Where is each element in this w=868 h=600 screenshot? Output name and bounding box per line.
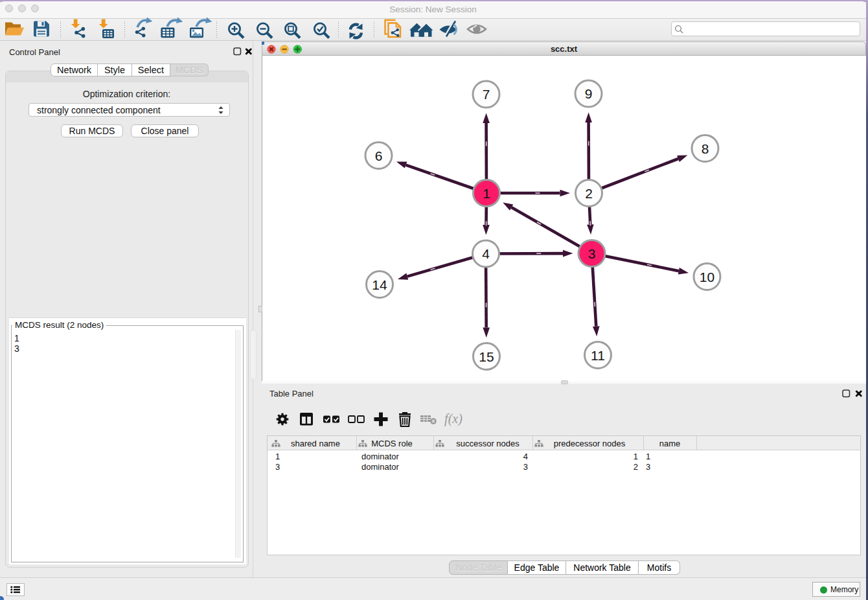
svg-text:f(x): f(x) bbox=[444, 411, 463, 426]
svg-text:15: 15 bbox=[479, 349, 494, 364]
svg-text:9: 9 bbox=[585, 86, 593, 101]
svg-text:2: 2 bbox=[585, 186, 593, 201]
svg-text:8: 8 bbox=[702, 141, 709, 156]
svg-text:10: 10 bbox=[700, 270, 714, 284]
svg-text:14: 14 bbox=[372, 277, 387, 292]
svg-text:1: 1 bbox=[483, 186, 490, 201]
svg-text:3: 3 bbox=[588, 246, 596, 261]
svg-text:4: 4 bbox=[482, 246, 490, 261]
svg-text:7: 7 bbox=[483, 87, 490, 102]
svg-text:6: 6 bbox=[375, 148, 383, 163]
svg-text:11: 11 bbox=[591, 348, 605, 363]
